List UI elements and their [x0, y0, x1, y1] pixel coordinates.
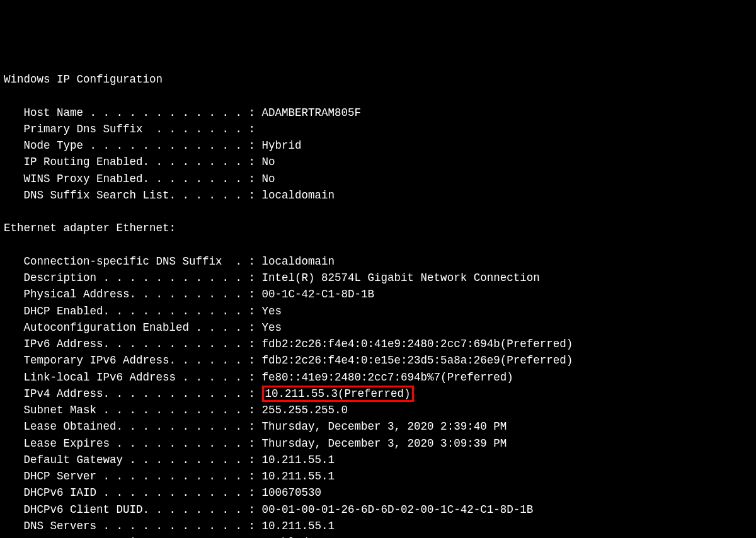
- wins-proxy-line: WINS Proxy Enabled. . . . . . . . : No: [4, 171, 752, 187]
- adapter-header-line: Ethernet adapter Ethernet:: [4, 220, 752, 236]
- dns-servers-value: 10.211.55.1: [262, 520, 335, 532]
- ip-routing-value: No: [262, 156, 275, 168]
- subnet-mask-line: Subnet Mask . . . . . . . . . . . : 255.…: [4, 402, 752, 418]
- ipv6-address-value: fdb2:2c26:f4e4:0:41e9:2480:2cc7:694b(Pre…: [262, 338, 573, 350]
- description-value: Intel(R) 82574L Gigabit Network Connecti…: [262, 272, 540, 284]
- ip-routing-line: IP Routing Enabled. . . . . . . . : No: [4, 154, 752, 170]
- node-type-value: Hybrid: [262, 139, 302, 152]
- temp-ipv6-value: fdb2:2c26:f4e4:0:e15e:23d5:5a8a:26e9(Pre…: [262, 354, 573, 367]
- dhcpv6-duid-value: 00-01-00-01-26-6D-6D-02-00-1C-42-C1-8D-1…: [262, 503, 534, 516]
- lease-obtained-line: Lease Obtained. . . . . . . . . . : Thur…: [4, 418, 752, 435]
- subnet-mask-value: 255.255.255.0: [262, 404, 348, 416]
- dns-servers-line: DNS Servers . . . . . . . . . . . : 10.2…: [4, 518, 752, 534]
- default-gateway-line: Default Gateway . . . . . . . . . : 10.2…: [4, 452, 752, 468]
- ipv6-address-line: IPv6 Address. . . . . . . . . . . : fdb2…: [4, 336, 752, 352]
- node-type-line: Node Type . . . . . . . . . . . . : Hybr…: [4, 137, 752, 154]
- dhcpv6-iaid-line: DHCPv6 IAID . . . . . . . . . . . : 1006…: [4, 484, 752, 501]
- dhcp-enabled-line: DHCP Enabled. . . . . . . . . . . : Yes: [4, 303, 752, 319]
- physical-address-value: 00-1C-42-C1-8D-1B: [262, 288, 375, 300]
- ipv4-address-highlight: 10.211.55.3(Preferred): [262, 386, 414, 402]
- header-line: Windows IP Configuration: [4, 71, 752, 88]
- default-gateway-value: 10.211.55.1: [262, 454, 335, 466]
- lease-expires-value: Thursday, December 3, 2020 3:09:39 PM: [262, 437, 507, 450]
- blank-line: [4, 237, 752, 253]
- dhcp-server-line: DHCP Server . . . . . . . . . . . : 10.2…: [4, 468, 752, 484]
- autoconfig-line: Autoconfiguration Enabled . . . . : Yes: [4, 319, 752, 336]
- link-local-ipv6-line: Link-local IPv6 Address . . . . . : fe80…: [4, 369, 752, 386]
- dhcpv6-iaid-value: 100670530: [262, 486, 322, 499]
- terminal-output: Windows IP Configuration Host Name . . .…: [4, 71, 752, 538]
- dns-suffix-search-line: DNS Suffix Search List. . . . . . : loca…: [4, 187, 752, 203]
- autoconfig-value: Yes: [262, 321, 282, 334]
- dhcpv6-duid-line: DHCPv6 Client DUID. . . . . . . . : 00-0…: [4, 501, 752, 518]
- netbios-line: NetBIOS over Tcpip. . . . . . . . : Enab…: [4, 534, 752, 538]
- ipv4-address-line: IPv4 Address. . . . . . . . . . . : 10.2…: [4, 386, 752, 402]
- description-line: Description . . . . . . . . . . . : Inte…: [4, 270, 752, 286]
- link-local-ipv6-value: fe80::41e9:2480:2cc7:694b%7(Preferred): [262, 371, 513, 384]
- wins-proxy-value: No: [262, 173, 275, 185]
- dhcp-server-value: 10.211.55.1: [262, 470, 335, 483]
- host-name-line: Host Name . . . . . . . . . . . . : ADAM…: [4, 105, 752, 121]
- blank-line: [4, 88, 752, 104]
- primary-dns-suffix-line: Primary Dns Suffix . . . . . . . :: [4, 121, 752, 137]
- ipv4-address-value: 10.211.55.3(Preferred): [265, 387, 411, 400]
- temp-ipv6-line: Temporary IPv6 Address. . . . . . : fdb2…: [4, 352, 752, 369]
- host-name-value: ADAMBERTRAM805F: [262, 106, 362, 119]
- lease-expires-line: Lease Expires . . . . . . . . . . : Thur…: [4, 435, 752, 452]
- blank-line: [4, 203, 752, 220]
- conn-dns-suffix-line: Connection-specific DNS Suffix . : local…: [4, 253, 752, 270]
- lease-obtained-value: Thursday, December 3, 2020 2:39:40 PM: [262, 420, 507, 433]
- conn-dns-suffix-value: localdomain: [262, 255, 335, 268]
- dhcp-enabled-value: Yes: [262, 305, 282, 318]
- physical-address-line: Physical Address. . . . . . . . . : 00-1…: [4, 286, 752, 302]
- dns-suffix-search-value: localdomain: [262, 189, 335, 202]
